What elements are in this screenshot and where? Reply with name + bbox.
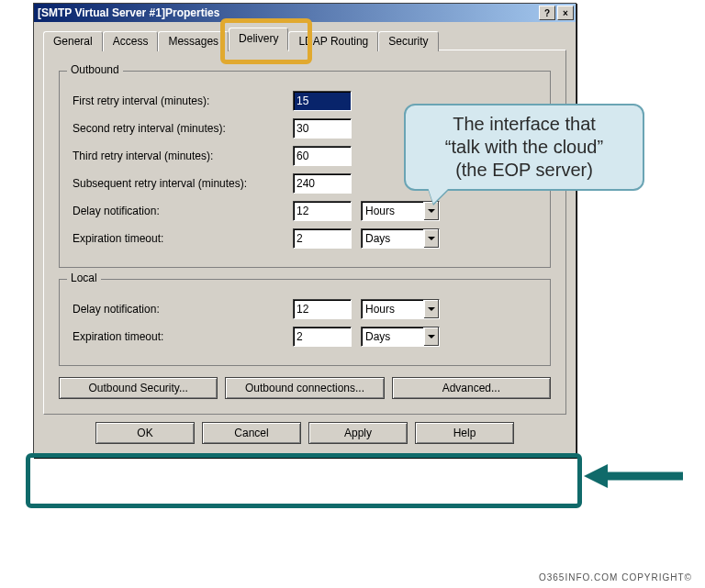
- svg-marker-1: [584, 464, 608, 488]
- row-local-expiration: Expiration timeout: Days: [73, 327, 537, 347]
- outbound-security-button[interactable]: Outbound Security...: [59, 377, 218, 399]
- select-local-expiration-unit[interactable]: Days: [361, 327, 440, 347]
- tab-delivery[interactable]: Delivery: [229, 28, 288, 50]
- tab-access[interactable]: Access: [103, 31, 159, 51]
- label-first-retry: First retry interval (minutes):: [73, 94, 293, 107]
- input-expiration-timeout[interactable]: [293, 228, 352, 249]
- input-first-retry[interactable]: [293, 91, 352, 111]
- action-button-row: Outbound Security... Outbound connection…: [59, 377, 551, 399]
- tab-messages[interactable]: Messages: [158, 31, 229, 51]
- annotation-callout: The interface that “talk with the cloud”…: [404, 104, 644, 191]
- tab-ldap-routing[interactable]: LDAP Routing: [288, 31, 378, 51]
- row-expiration-timeout: Expiration timeout: Days: [73, 228, 537, 249]
- ok-button[interactable]: OK: [95, 422, 195, 444]
- label-local-expiration: Expiration timeout:: [73, 330, 293, 343]
- input-local-expiration[interactable]: [293, 327, 352, 347]
- label-expiration-timeout: Expiration timeout:: [73, 232, 293, 245]
- legend-outbound: Outbound: [67, 63, 123, 76]
- outbound-connections-button[interactable]: Outbound connections...: [225, 377, 384, 399]
- apply-button[interactable]: Apply: [308, 422, 408, 444]
- chevron-down-icon: [423, 300, 439, 318]
- tab-security[interactable]: Security: [378, 31, 438, 51]
- tab-general[interactable]: General: [43, 31, 103, 51]
- callout-line3: (the EOP server): [419, 159, 630, 182]
- label-local-delay: Delay notification:: [73, 303, 293, 316]
- select-expiration-unit-text: Days: [362, 232, 423, 245]
- chevron-down-icon: [423, 202, 439, 220]
- question-icon: ?: [544, 8, 550, 18]
- footer-copyright: O365INFO.COM COPYRIGHT©: [539, 572, 692, 582]
- row-delay-notification: Delay notification: Hours: [73, 201, 537, 221]
- input-second-retry[interactable]: [293, 118, 352, 139]
- chevron-down-icon: [423, 229, 439, 248]
- dialog-body: General Access Messages Delivery LDAP Ro…: [34, 22, 576, 457]
- close-button[interactable]: ×: [557, 6, 574, 20]
- titlebar[interactable]: [SMTP Virtual Server #1] Properties ? ×: [34, 4, 576, 22]
- help-button[interactable]: Help: [415, 422, 514, 444]
- label-third-retry: Third retry interval (minutes):: [73, 150, 293, 162]
- dialog-button-row: OK Cancel Apply Help: [43, 415, 566, 448]
- title-rest: Properties: [165, 6, 219, 19]
- select-delay-unit[interactable]: Hours: [361, 201, 440, 221]
- select-delay-unit-text: Hours: [362, 205, 423, 217]
- annotation-arrow-icon: [584, 460, 685, 492]
- select-local-expiration-unit-text: Days: [362, 330, 423, 343]
- cancel-button[interactable]: Cancel: [202, 422, 301, 444]
- select-expiration-unit[interactable]: Days: [361, 228, 440, 249]
- select-local-delay-unit[interactable]: Hours: [361, 299, 440, 319]
- close-icon: ×: [563, 8, 568, 18]
- label-subsequent-retry: Subsequent retry interval (minutes):: [73, 177, 293, 190]
- label-second-retry: Second retry interval (minutes):: [73, 122, 293, 135]
- input-subsequent-retry[interactable]: [293, 173, 352, 194]
- advanced-button[interactable]: Advanced...: [392, 377, 551, 399]
- annotation-buttons-highlight: [26, 453, 582, 508]
- help-button[interactable]: ?: [539, 6, 555, 20]
- title-bold: [SMTP Virtual Server #1]: [38, 6, 165, 19]
- chevron-down-icon: [423, 327, 439, 346]
- callout-line2: “talk with the cloud”: [419, 136, 630, 159]
- legend-local: Local: [67, 272, 101, 284]
- callout-line1: The interface that: [419, 113, 630, 136]
- properties-dialog: [SMTP Virtual Server #1] Properties ? × …: [33, 3, 576, 458]
- input-third-retry[interactable]: [293, 146, 352, 166]
- row-local-delay: Delay notification: Hours: [73, 299, 537, 319]
- input-local-delay[interactable]: [293, 299, 352, 319]
- tab-strip: General Access Messages Delivery LDAP Ro…: [43, 28, 566, 50]
- label-delay-notification: Delay notification:: [73, 205, 293, 217]
- input-delay-notification[interactable]: [293, 201, 352, 221]
- select-local-delay-unit-text: Hours: [362, 303, 423, 316]
- group-local: Local Delay notification: Hours Expirati…: [59, 279, 551, 366]
